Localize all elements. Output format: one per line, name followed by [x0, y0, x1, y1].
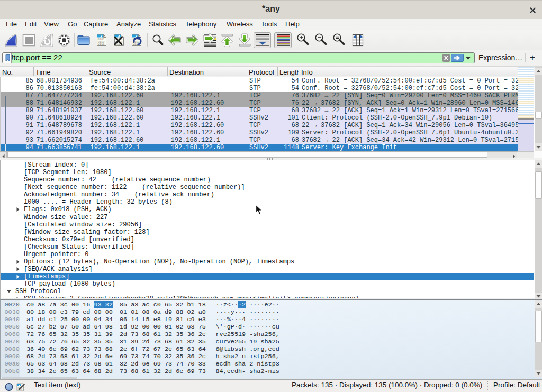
svg-text:0111: 0111: [98, 43, 105, 46]
